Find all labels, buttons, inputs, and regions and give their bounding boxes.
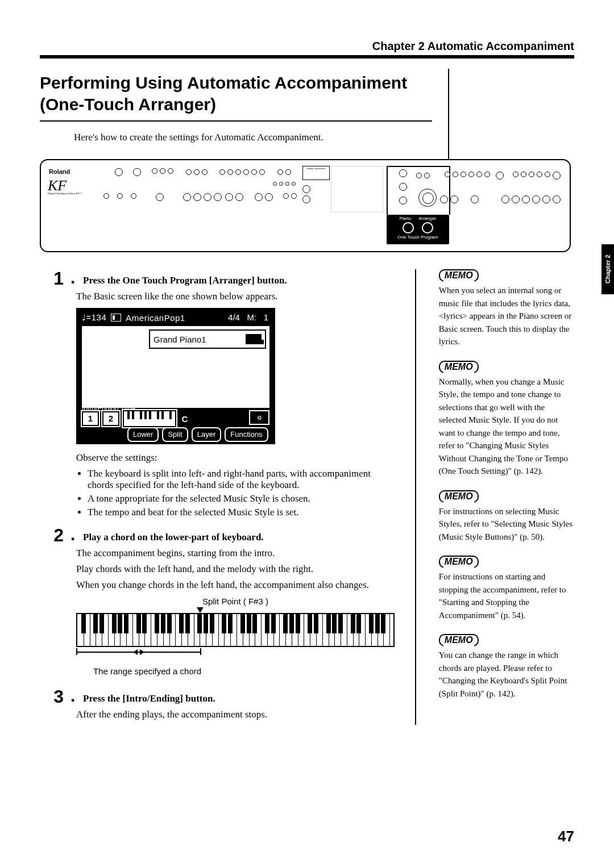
chapter-rule [40, 55, 574, 59]
panel-buttons-row [471, 195, 479, 203]
panel-button-icon [227, 169, 233, 175]
panel-buttons-row [399, 197, 407, 205]
panel-buttons-row [553, 195, 561, 203]
screen-beat: 4/4 [228, 312, 240, 322]
screen-option-icon: ⚙ [249, 410, 269, 425]
one-touch-arranger-label: Arranger [418, 216, 436, 221]
memo-1: MEMO When you select an internal song or… [439, 269, 574, 348]
panel-button-icon [471, 195, 479, 203]
panel-button-icon [273, 182, 277, 186]
screen-layer-button: Layer [192, 427, 222, 442]
title-rule [40, 120, 432, 122]
screen-tone-box: Grand Piano1 [149, 329, 266, 349]
panel-button-icon [156, 193, 164, 201]
panel-buttons-row [255, 193, 273, 201]
panel-buttons-row [219, 169, 265, 175]
panel-button-icon [450, 195, 458, 203]
memo-icon: MEMO [439, 269, 479, 282]
step-dot: . [70, 526, 76, 544]
one-touch-piano-button-icon [403, 222, 414, 233]
panel-button-icon [160, 168, 165, 174]
panel-buttons-row [156, 193, 164, 201]
memo-5-text: You can change the range in which chords… [439, 649, 574, 700]
panel-callout-line [387, 166, 449, 167]
screen-functions-button: Functions [225, 427, 268, 442]
memo-5: MEMO You can change the range in which c… [439, 634, 574, 700]
step-2-text-2: Play chords with the left hand, and the … [76, 564, 392, 575]
panel-button-icon [399, 183, 407, 191]
main-column: 1 . Press the One Touch Program [Arrange… [40, 269, 392, 725]
panel-button-icon [202, 169, 208, 175]
panel-button-icon [496, 172, 504, 180]
panel-buttons-row [283, 193, 297, 199]
step-3-body: After the ending plays, the accompanimen… [76, 709, 392, 720]
panel-callout-line [387, 166, 388, 215]
step-dot: . [70, 269, 76, 287]
panel-button-icon [529, 172, 534, 177]
step-3-text: After the ending plays, the accompanimen… [76, 709, 392, 720]
panel-button-icon [424, 173, 430, 178]
panel-buttons-row [302, 185, 310, 193]
screen-lower-button: Lower [127, 427, 159, 442]
step-2-heading: Play a chord on the lower-part of keyboa… [83, 526, 264, 544]
step-1-bullet-1: The keyboard is split into left- and rig… [88, 468, 392, 491]
step-1-bullet-3: The tempo and beat for the selected Musi… [88, 507, 392, 518]
panel-button-icon [193, 193, 201, 201]
panel-button-icon [476, 172, 482, 177]
panel-button-icon [291, 193, 297, 199]
panel-button-icon [553, 172, 561, 180]
panel-button-icon [194, 169, 200, 175]
memo-3: MEMO For instructions on selecting Music… [439, 490, 574, 544]
screen-split-button: Split [162, 427, 188, 442]
panel-button-icon [512, 195, 520, 203]
panel-button-icon [204, 193, 211, 201]
step-1-heading: Press the One Touch Program [Arranger] b… [83, 269, 287, 287]
step-3: 3 . Press the [Intro/Ending] button. [40, 687, 392, 706]
panel-button-icon [103, 193, 109, 199]
screen-tone-name: Grand Piano1 [154, 335, 206, 344]
panel-button-icon [445, 172, 450, 177]
panel-button-icon [460, 172, 466, 177]
panel-button-icon [553, 195, 561, 203]
screen-style-name: AmericanPop1 [126, 313, 185, 323]
panel-button-icon [453, 172, 458, 177]
screen-mini-keyboard-icon [123, 410, 176, 427]
panel-button-icon [152, 168, 157, 174]
step-3-heading: Press the [Intro/Ending] button. [83, 687, 215, 706]
step-1-text: The Basic screen like the one shown belo… [76, 291, 392, 302]
panel-button-icon [521, 172, 526, 177]
page: Chapter 2 Automatic Accompaniment Perfor… [40, 40, 574, 725]
step-1-bullets: The keyboard is split into left- and rig… [76, 468, 392, 518]
panel-buttons-row [399, 183, 407, 191]
memo-4-text: For instructions on starting and stoppin… [439, 570, 574, 621]
panel-button-icon [532, 195, 540, 203]
keyboard-illustration [76, 613, 395, 647]
panel-buttons-row [496, 172, 504, 180]
panel-button-icon [285, 169, 291, 175]
split-point-label: Split Point ( F#3 ) [76, 596, 395, 606]
chord-range-indicator [76, 650, 395, 665]
panel-button-icon [302, 195, 310, 203]
memo-4: MEMO For instructions on starting and st… [439, 556, 574, 621]
memo-3-text: For instructions on selecting Music Styl… [439, 505, 574, 544]
panel-buttons-row [302, 195, 310, 203]
column-divider [415, 269, 416, 725]
panel-button-icon [545, 172, 550, 177]
side-tab: Chapter 2 [601, 244, 614, 294]
panel-button-icon [537, 172, 542, 177]
panel-button-icon [131, 193, 136, 199]
screen-top-left: ♩=134 AmericanPop1 [82, 312, 185, 323]
panel-button-icon [277, 169, 283, 175]
screen-style-icon [111, 314, 121, 322]
panel-button-icon [251, 169, 257, 175]
panel-button-icon [416, 173, 422, 178]
panel-buttons-row [445, 172, 490, 177]
panel-button-icon [542, 195, 550, 203]
step-number: 1 [40, 269, 64, 287]
screen-bottom-buttons: Lower Split Layer Functions [127, 427, 268, 442]
memo-1-text: When you select an internal song or musi… [439, 284, 574, 348]
step-dot: . [70, 687, 76, 706]
panel-button-icon [168, 168, 173, 174]
step-1: 1 . Press the One Touch Program [Arrange… [40, 269, 392, 287]
panel-buttons-row [225, 193, 243, 201]
